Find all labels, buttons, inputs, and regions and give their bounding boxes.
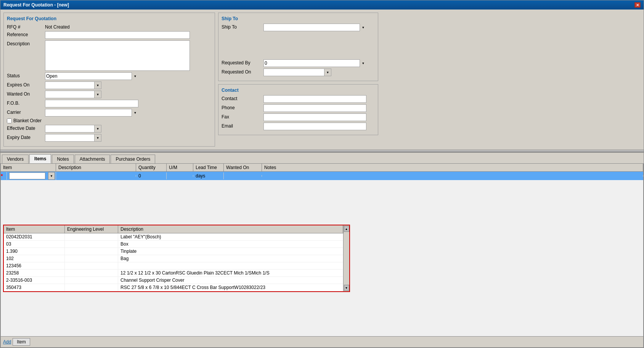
list-item[interactable]: 123456 (4, 262, 343, 270)
requested-on-date: ▼ (263, 69, 331, 76)
expiry-date-row: Expiry Date ▼ (7, 134, 212, 142)
ship-to-select-wrapper: ▼ (263, 24, 366, 31)
requested-on-label: Requested On (222, 69, 263, 75)
requested-on-calendar-button[interactable]: ▼ (324, 69, 331, 76)
item-button[interactable]: Item (13, 338, 30, 346)
th-lead-time: Lead Time (193, 164, 224, 171)
dropdown-layout: Item Engineering Level Description 02042… (4, 225, 349, 291)
wanted-on-calendar-button[interactable]: ▼ (95, 91, 101, 98)
popup-desc-7: Channel Support Crisper Cover (118, 277, 343, 284)
fax-row: Fax (222, 113, 375, 121)
expires-on-calendar-button[interactable]: ▼ (95, 81, 101, 89)
email-input[interactable] (263, 123, 366, 130)
rfq-number-value: Not Created (45, 24, 70, 30)
status-label: Status (7, 72, 45, 78)
th-quantity: Quantity (136, 164, 167, 171)
popup-item-7: 2-33516-003 (4, 277, 65, 284)
popup-desc-8: RSC 27 5/8 x 6 7/8 x 10 5/844ECT C Cross… (118, 284, 343, 291)
expiry-date-input[interactable] (45, 134, 95, 142)
popup-header: Item Engineering Level Description (4, 225, 343, 233)
popup-th-description: Description (118, 225, 343, 233)
blanket-order-checkbox[interactable] (7, 118, 12, 123)
rfq-section: Request For Quotation RFQ # Not Created … (3, 13, 215, 147)
popup-eng-4 (65, 255, 118, 262)
requested-on-input[interactable] (263, 69, 324, 76)
reference-input[interactable] (45, 31, 190, 39)
phone-label: Phone (222, 104, 263, 110)
right-sections: Ship To Ship To ▼ Requested By (218, 13, 378, 147)
list-item[interactable]: 350473 RSC 27 5/8 x 6 7/8 x 10 5/844ECT … (4, 284, 343, 291)
description-textarea[interactable] (45, 40, 190, 71)
contact-input[interactable] (263, 95, 366, 103)
tab-content-items: Item Description Quantity U/M Lead Time … (0, 163, 644, 348)
new-row-lead-time: days (196, 173, 205, 179)
popup-item-4: 102 (4, 255, 65, 262)
list-item[interactable]: 2-33516-003 Channel Support Crisper Cove… (4, 277, 343, 284)
fob-row: F.O.B. (7, 100, 212, 107)
popup-th-engineering-level: Engineering Level (65, 225, 118, 233)
list-item[interactable]: 23258 12 1/2 x 12 1/2 x 30 CartonRSC Glu… (4, 270, 343, 277)
tabs-area: Vendors Items Notes Attachments Purchase… (0, 152, 644, 348)
phone-input[interactable] (263, 104, 366, 112)
ship-to-row: Ship To ▼ (222, 24, 375, 31)
contact-title: Contact (222, 88, 375, 93)
popup-item-2: 03 (4, 241, 65, 247)
expires-on-row: Expires On ▼ (7, 81, 212, 89)
ship-to-label: Ship To (222, 24, 263, 30)
expiry-date-calendar-button[interactable]: ▼ (95, 134, 101, 142)
add-button[interactable]: Add (3, 339, 11, 345)
popup-scrollbar[interactable]: ▲ ▼ (343, 225, 349, 291)
bottom-toolbar: Add Item (1, 336, 643, 347)
effective-date-calendar-button[interactable]: ▼ (95, 125, 101, 132)
popup-eng-8 (65, 284, 118, 291)
ship-to-title: Ship To (222, 16, 375, 21)
expiry-date-label: Expiry Date (7, 134, 45, 140)
carrier-select-wrapper: ▼ (45, 109, 138, 117)
expires-on-date: ▼ (45, 81, 101, 89)
tab-purchase-orders[interactable]: Purchase Orders (111, 155, 155, 163)
ship-to-select[interactable] (263, 24, 366, 31)
list-item[interactable]: 1.390 Tinplate (4, 248, 343, 255)
tab-items[interactable]: Items (29, 154, 51, 163)
new-row-quantity: 0 (138, 173, 141, 179)
list-item[interactable]: 02042D2031 Label "AEY"(Bosch) (4, 233, 343, 241)
new-row-asterisk: * (1, 172, 7, 180)
popup-eng-1 (65, 233, 118, 240)
tab-bar: Vendors Items Notes Attachments Purchase… (0, 153, 644, 163)
title-bar: Request For Quotation - [new] ✕ (0, 0, 644, 10)
effective-date-input[interactable] (45, 125, 95, 132)
popup-desc-2: Box (118, 241, 343, 247)
window-title: Request For Quotation - [new] (3, 2, 69, 8)
ship-to-spacer (222, 33, 375, 59)
requested-on-row: Requested On ▼ (222, 69, 375, 76)
email-label: Email (222, 123, 263, 129)
list-item[interactable]: 03 Box (4, 241, 343, 248)
scroll-up-button[interactable]: ▲ (344, 226, 349, 232)
carrier-row: Carrier ▼ (7, 109, 212, 117)
blanket-order-row: Blanket Order (7, 118, 212, 123)
new-row-item-dropdown-button[interactable]: ▼ (48, 172, 55, 180)
wanted-on-label: Wanted On (7, 91, 45, 97)
tab-notes[interactable]: Notes (52, 155, 74, 163)
status-select[interactable]: Open (45, 72, 138, 80)
new-row-item-cell: ▼ (7, 172, 56, 180)
fob-input[interactable] (45, 100, 138, 107)
popup-item-1: 02042D2031 (4, 233, 65, 240)
close-button[interactable]: ✕ (634, 2, 641, 8)
new-row-item-input[interactable] (9, 172, 45, 179)
expires-on-label: Expires On (7, 81, 45, 88)
fax-input[interactable] (263, 113, 366, 121)
list-item[interactable]: 102 Bag (4, 255, 343, 262)
requested-by-select[interactable]: 0 (263, 59, 366, 67)
requested-by-label: Requested By (222, 59, 263, 65)
phone-row: Phone (222, 104, 375, 112)
scroll-down-button[interactable]: ▼ (344, 285, 349, 291)
wanted-on-row: Wanted On ▼ (7, 91, 212, 98)
carrier-select[interactable] (45, 109, 138, 117)
tab-vendors[interactable]: Vendors (2, 155, 29, 163)
popup-eng-5 (65, 262, 118, 269)
wanted-on-input[interactable] (45, 91, 95, 98)
description-row: Description (7, 40, 212, 71)
expires-on-input[interactable] (45, 81, 95, 89)
tab-attachments[interactable]: Attachments (75, 155, 110, 163)
